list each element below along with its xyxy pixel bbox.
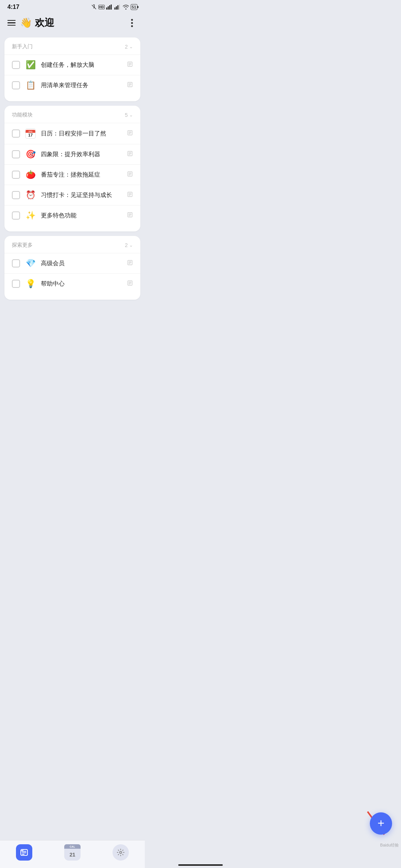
task-checkbox[interactable]: [12, 171, 20, 179]
chevron-down-icon: ⌄: [129, 243, 133, 248]
section-beginners: 新手入门 2 ⌄ ✅ 创建任务，解放大脑 📋 用清: [4, 37, 140, 101]
section-title-features: 功能模块: [12, 112, 33, 118]
header-emoji: 👋: [20, 17, 32, 29]
task-item[interactable]: 🎯 四象限：提升效率利器: [4, 144, 140, 164]
task-checkbox[interactable]: [12, 81, 20, 89]
section-count-features[interactable]: 5 ⌄: [125, 112, 133, 118]
svg-rect-6: [117, 5, 118, 10]
task-emoji: ✨: [25, 211, 36, 220]
task-item[interactable]: July 17 日历：日程安排一目了然: [4, 123, 140, 144]
task-checkbox[interactable]: [12, 211, 20, 220]
svg-rect-2: [109, 5, 110, 10]
svg-point-10: [131, 25, 133, 27]
svg-rect-7: [119, 4, 120, 10]
task-detail-icon[interactable]: [127, 191, 133, 199]
svg-point-8: [131, 19, 133, 21]
task-detail-icon[interactable]: [127, 130, 133, 137]
section-header-explore: 探索更多 2 ⌄: [4, 242, 140, 253]
section-header-beginners: 新手入门 2 ⌄: [4, 43, 140, 55]
task-checkbox[interactable]: [12, 61, 20, 69]
calendar-emoji: July 17: [25, 128, 36, 139]
svg-rect-4: [114, 7, 115, 10]
task-item[interactable]: 📋 用清单来管理任务: [4, 75, 140, 95]
task-emoji: 💎: [25, 259, 36, 268]
signal-icon-2: [114, 4, 121, 10]
mute-icon: [91, 4, 97, 10]
task-emoji: 📋: [25, 80, 36, 90]
task-label: 更多特色功能: [41, 212, 122, 220]
task-item[interactable]: 🍅 番茄专注：拯救拖延症: [4, 164, 140, 185]
task-label: 帮助中心: [41, 280, 122, 288]
task-checkbox[interactable]: [12, 259, 20, 267]
task-checkbox[interactable]: [12, 150, 20, 158]
task-item[interactable]: ⏰ 习惯打卡：见证坚持与成长: [4, 185, 140, 205]
svg-rect-0: [106, 7, 107, 10]
task-checkbox[interactable]: [12, 191, 20, 199]
header: 👋 欢迎: [0, 13, 145, 34]
task-label: 习惯打卡：见证坚持与成长: [41, 191, 122, 199]
svg-point-9: [131, 22, 133, 24]
task-emoji: ✅: [25, 60, 36, 70]
task-label: 用清单来管理任务: [41, 82, 122, 89]
task-emoji: 🍅: [25, 170, 36, 180]
task-detail-icon[interactable]: [127, 260, 133, 267]
section-title-explore: 探索更多: [12, 242, 33, 249]
svg-rect-3: [111, 4, 112, 10]
task-item[interactable]: ✨ 更多特色功能: [4, 205, 140, 226]
status-time: 4:17: [7, 4, 19, 10]
task-label: 四象限：提升效率利器: [41, 151, 122, 158]
hd-badge: HD: [98, 5, 105, 9]
task-detail-icon[interactable]: [127, 61, 133, 69]
status-bar: 4:17 HD 51: [0, 0, 145, 13]
section-header-features: 功能模块 5 ⌄: [4, 112, 140, 123]
section-count-beginners[interactable]: 2 ⌄: [125, 44, 133, 50]
wifi-icon: [123, 4, 129, 10]
menu-button[interactable]: [7, 20, 16, 26]
task-checkbox[interactable]: [12, 280, 20, 288]
task-emoji: 💡: [25, 279, 36, 289]
chevron-down-icon: ⌄: [129, 112, 133, 118]
header-title-wrap: 👋 欢迎: [20, 16, 54, 29]
task-item[interactable]: 💡 帮助中心: [4, 273, 140, 294]
main-content: 新手入门 2 ⌄ ✅ 创建任务，解放大脑 📋 用清: [0, 34, 145, 344]
task-emoji: ⏰: [25, 190, 36, 200]
svg-rect-1: [108, 6, 109, 10]
task-label: 日历：日程安排一目了然: [41, 130, 122, 138]
task-detail-icon[interactable]: [127, 171, 133, 178]
header-left: 👋 欢迎: [7, 16, 54, 29]
section-count-explore[interactable]: 2 ⌄: [125, 242, 133, 248]
section-features: 功能模块 5 ⌄ July 17 日历：日程安排一目了然: [4, 106, 140, 231]
task-label: 高级会员: [41, 260, 122, 267]
section-title-beginners: 新手入门: [12, 43, 33, 50]
battery-indicator: 51: [131, 4, 137, 10]
status-icons: HD 51: [91, 4, 137, 10]
task-item[interactable]: 💎 高级会员: [4, 253, 140, 273]
section-explore: 探索更多 2 ⌄ 💎 高级会员 💡 帮助中心: [4, 236, 140, 300]
svg-rect-5: [116, 6, 117, 10]
task-detail-icon[interactable]: [127, 280, 133, 287]
page-title: 欢迎: [35, 16, 54, 29]
task-detail-icon[interactable]: [127, 212, 133, 219]
task-label: 创建任务，解放大脑: [41, 61, 122, 69]
task-label: 番茄专注：拯救拖延症: [41, 171, 122, 179]
task-item[interactable]: ✅ 创建任务，解放大脑: [4, 55, 140, 75]
task-checkbox[interactable]: [12, 129, 20, 138]
task-emoji: 🎯: [25, 149, 36, 159]
task-detail-icon[interactable]: [127, 82, 133, 89]
chevron-down-icon: ⌄: [129, 44, 133, 49]
task-detail-icon[interactable]: [127, 151, 133, 158]
signal-icon: [106, 4, 113, 10]
more-options-button[interactable]: [126, 17, 137, 29]
